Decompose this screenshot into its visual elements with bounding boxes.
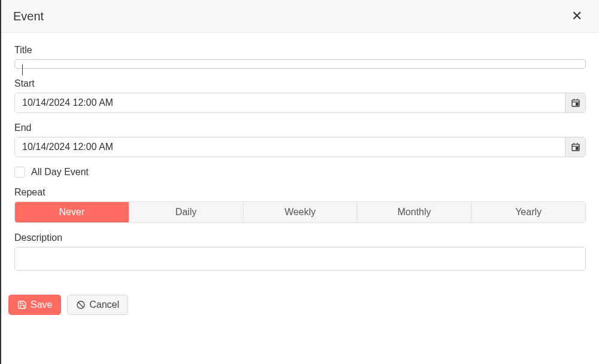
save-icon <box>17 300 27 310</box>
repeat-option-never[interactable]: Never <box>15 202 129 222</box>
title-group: Title <box>14 45 586 69</box>
save-button-label: Save <box>31 299 52 310</box>
svg-line-11 <box>78 302 83 307</box>
end-input-wrap <box>14 137 586 157</box>
start-label: Start <box>14 78 586 89</box>
end-date-picker-button[interactable] <box>565 137 585 157</box>
all-day-checkbox[interactable] <box>14 167 25 178</box>
repeat-label: Repeat <box>14 187 586 198</box>
text-caret <box>22 65 23 75</box>
repeat-option-weekly[interactable]: Weekly <box>244 202 358 222</box>
end-input[interactable] <box>15 137 565 157</box>
title-input[interactable] <box>14 59 586 69</box>
end-group: End <box>14 123 586 157</box>
close-icon: ✕ <box>571 8 582 23</box>
modal-body: Title Start End <box>1 33 599 292</box>
close-button[interactable]: ✕ <box>567 7 587 25</box>
save-button[interactable]: Save <box>8 295 61 315</box>
repeat-option-monthly[interactable]: Monthly <box>357 202 472 222</box>
description-label: Description <box>14 233 586 243</box>
start-input-wrap <box>14 93 586 113</box>
calendar-icon <box>571 98 580 108</box>
start-input[interactable] <box>15 93 565 112</box>
modal-footer: Save Cancel <box>1 292 599 322</box>
cancel-button[interactable]: Cancel <box>67 295 128 315</box>
end-label: End <box>14 123 586 133</box>
start-group: Start <box>14 78 586 113</box>
description-input[interactable] <box>14 247 586 271</box>
modal-title: Event <box>13 10 44 23</box>
all-day-row: All Day Event <box>14 167 586 178</box>
repeat-group: Repeat Never Daily Weekly Monthly Yearly <box>14 187 586 223</box>
cancel-button-label: Cancel <box>89 299 119 310</box>
calendar-icon <box>571 142 580 152</box>
repeat-segmented: Never Daily Weekly Monthly Yearly <box>14 201 586 223</box>
modal-header: Event ✕ <box>1 0 599 33</box>
svg-rect-9 <box>576 148 577 149</box>
repeat-option-yearly[interactable]: Yearly <box>472 202 585 222</box>
description-group: Description <box>14 233 586 271</box>
all-day-label: All Day Event <box>31 167 89 178</box>
start-date-picker-button[interactable] <box>565 93 585 112</box>
title-label: Title <box>14 45 586 56</box>
repeat-option-daily[interactable]: Daily <box>129 202 244 222</box>
svg-rect-4 <box>576 103 577 105</box>
cancel-icon <box>76 300 86 310</box>
